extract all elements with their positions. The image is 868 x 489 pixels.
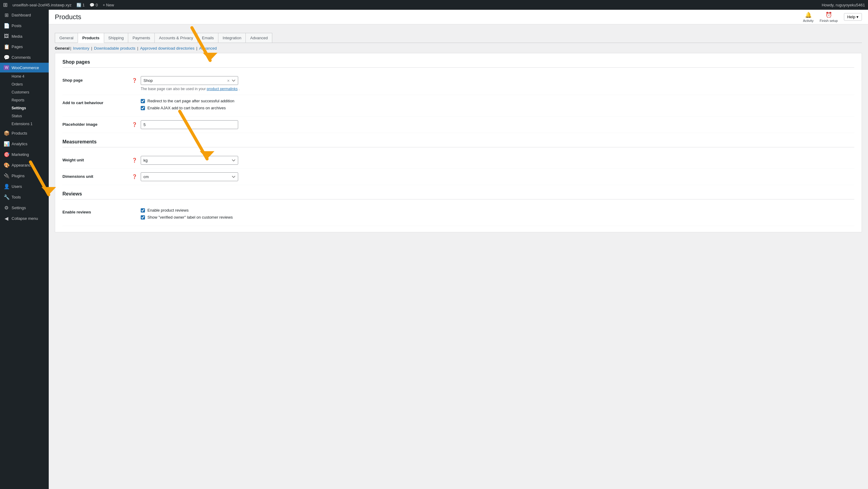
sidebar-item-woocommerce[interactable]: W WooCommerce: [0, 63, 49, 72]
tab-general[interactable]: General: [55, 33, 78, 43]
reviews-section-title: Reviews: [62, 191, 854, 199]
sidebar-item-comments[interactable]: 💬 Comments: [0, 52, 49, 63]
subnav-general[interactable]: General: [55, 46, 69, 51]
updates-item[interactable]: 🔄 1: [76, 3, 85, 7]
dimensions-unit-field-row: Dimensions unit ❓ cm m mm in yd: [62, 169, 854, 185]
shop-page-clear-button[interactable]: ×: [227, 78, 230, 83]
sidebar-item-tools[interactable]: 🔧 Tools: [0, 192, 49, 202]
subnav-advanced[interactable]: Advanced: [198, 46, 218, 51]
wp-logo-icon[interactable]: ⊞: [3, 2, 8, 8]
dimensions-unit-help-icon[interactable]: ❓: [132, 174, 137, 179]
comments-item[interactable]: 💬 0: [90, 3, 98, 7]
sidebar-item-media[interactable]: 🖼 Media: [0, 31, 49, 41]
submenu-item-customers[interactable]: Customers: [0, 88, 49, 96]
products-icon: 📦: [4, 130, 9, 136]
settings-icon: ⚙: [4, 205, 9, 211]
comments-menu-icon: 💬: [4, 55, 9, 60]
sidebar-item-plugins[interactable]: 🔌 Plugins: [0, 170, 49, 181]
submenu-item-settings[interactable]: Settings: [0, 104, 49, 112]
site-url[interactable]: unselfish-seal-2cef45.instawp.xyz: [12, 3, 71, 7]
tab-integration[interactable]: Integration: [218, 33, 246, 43]
dimensions-unit-label: Dimensions unit: [62, 172, 129, 179]
appearance-icon: 🎨: [4, 162, 9, 168]
sidebar-item-settings-wp[interactable]: ⚙ Settings: [0, 202, 49, 213]
analytics-icon: 📊: [4, 141, 9, 147]
ajax-cart-checkbox[interactable]: [141, 106, 145, 110]
verified-owner-checkbox[interactable]: [141, 215, 145, 220]
tab-advanced[interactable]: Advanced: [246, 33, 272, 43]
tab-products[interactable]: Products: [78, 33, 104, 43]
sidebar-item-analytics[interactable]: 📊 Analytics: [0, 138, 49, 149]
sidebar-item-products[interactable]: 📦 Products: [0, 128, 49, 138]
product-permalinks-link[interactable]: product permalinks: [207, 87, 238, 91]
placeholder-image-label: Placeholder image: [62, 120, 129, 127]
new-content-item[interactable]: + New: [103, 3, 114, 7]
weight-unit-content: kg g lbs oz: [141, 156, 854, 165]
ajax-cart-checkbox-label[interactable]: Enable AJAX add to cart buttons on archi…: [141, 106, 854, 110]
measurements-section-title: Measurements: [62, 139, 854, 148]
sidebar-item-collapse[interactable]: ◀ Collapse menu: [0, 213, 49, 224]
submenu-item-reports[interactable]: Reports: [0, 96, 49, 104]
settings-wrap: General Products Shipping Payments Accou…: [49, 24, 868, 238]
submenu-item-home[interactable]: Home 4: [0, 72, 49, 80]
add-to-cart-content: Redirect to the cart page after successf…: [141, 99, 854, 113]
weight-unit-help-icon[interactable]: ❓: [132, 158, 137, 163]
tab-payments[interactable]: Payments: [128, 33, 155, 43]
activity-button[interactable]: 🔔 Activity: [803, 11, 813, 23]
sidebar-item-users[interactable]: 👤 Users: [0, 181, 49, 192]
pages-icon: 📋: [4, 44, 9, 50]
submenu-item-extensions[interactable]: Extensions 1: [0, 120, 49, 128]
settings-form: Shop pages Shop page ❓ Shop × The bas: [55, 53, 862, 232]
subnav-downloadable[interactable]: Downloadable products: [93, 46, 137, 51]
sidebar-item-dashboard[interactable]: ⊞ Dashboard: [0, 10, 49, 21]
sidebar-item-marketing[interactable]: 🎯 Marketing: [0, 149, 49, 160]
settings-subnav: General | Inventory | Downloadable produ…: [55, 43, 862, 53]
marketing-icon: 🎯: [4, 152, 9, 157]
finish-setup-button[interactable]: ⏰ Finish setup: [819, 11, 838, 23]
redirect-cart-checkbox[interactable]: [141, 99, 145, 103]
redirect-cart-checkbox-label[interactable]: Redirect to the cart page after successf…: [141, 99, 854, 103]
weight-unit-select[interactable]: kg g lbs oz: [141, 156, 238, 165]
shop-pages-section-title: Shop pages: [62, 59, 854, 68]
placeholder-image-content: [141, 120, 854, 129]
woocommerce-icon: W: [4, 65, 9, 70]
admin-bar: ⊞ unselfish-seal-2cef45.instawp.xyz 🔄 1 …: [0, 0, 868, 10]
subnav-approved-dirs[interactable]: Approved download directories: [139, 46, 196, 51]
shop-page-select-wrapper: Shop ×: [141, 76, 238, 85]
tab-emails[interactable]: Emails: [197, 33, 218, 43]
dimensions-unit-select[interactable]: cm m mm in yd: [141, 172, 238, 181]
subnav-inventory[interactable]: Inventory: [72, 46, 90, 51]
sidebar-item-posts[interactable]: 📄 Posts: [0, 21, 49, 31]
placeholder-image-field-row: Placeholder image ❓: [62, 117, 854, 133]
tab-accounts-privacy[interactable]: Accounts & Privacy: [154, 33, 198, 43]
content-toolbar: Products 🔔 Activity ⏰ Finish setup Help …: [49, 10, 868, 24]
placeholder-image-input[interactable]: [141, 120, 238, 129]
weight-unit-field-row: Weight unit ❓ kg g lbs oz: [62, 152, 854, 169]
enable-product-reviews-label[interactable]: Enable product reviews: [141, 208, 854, 213]
help-button[interactable]: Help ▾: [844, 13, 862, 21]
sidebar-item-appearance[interactable]: 🎨 Appearance: [0, 160, 49, 170]
tab-shipping[interactable]: Shipping: [104, 33, 128, 43]
shop-page-description: The base page can also be used in your p…: [141, 87, 854, 91]
activity-icon: 🔔: [805, 11, 812, 18]
posts-icon: 📄: [4, 23, 9, 29]
enable-product-reviews-checkbox[interactable]: [141, 208, 145, 213]
users-icon: 👤: [4, 184, 9, 189]
submenu-item-orders[interactable]: Orders: [0, 80, 49, 88]
shop-page-help-icon[interactable]: ❓: [132, 78, 137, 83]
sidebar: ⊞ Dashboard 📄 Posts 🖼 Media 📋 Pages 💬 Co…: [0, 10, 49, 489]
submenu-item-status[interactable]: Status: [0, 112, 49, 120]
add-to-cart-label: Add to cart behaviour: [62, 99, 129, 105]
verified-owner-label[interactable]: Show "verified owner" label on customer …: [141, 215, 854, 220]
enable-reviews-field-row: Enable reviews ❓ Enable product reviews …: [62, 204, 854, 226]
shop-page-select[interactable]: Shop: [141, 76, 238, 85]
placeholder-image-help-icon[interactable]: ❓: [132, 122, 137, 127]
tools-icon: 🔧: [4, 194, 9, 200]
media-icon: 🖼: [4, 33, 9, 39]
shop-page-label: Shop page: [62, 76, 129, 83]
sidebar-item-pages[interactable]: 📋 Pages: [0, 41, 49, 52]
plugins-icon: 🔌: [4, 173, 9, 179]
page-title: Products: [55, 13, 81, 21]
main-content: Products 🔔 Activity ⏰ Finish setup Help …: [49, 10, 868, 489]
weight-unit-label: Weight unit: [62, 156, 129, 162]
